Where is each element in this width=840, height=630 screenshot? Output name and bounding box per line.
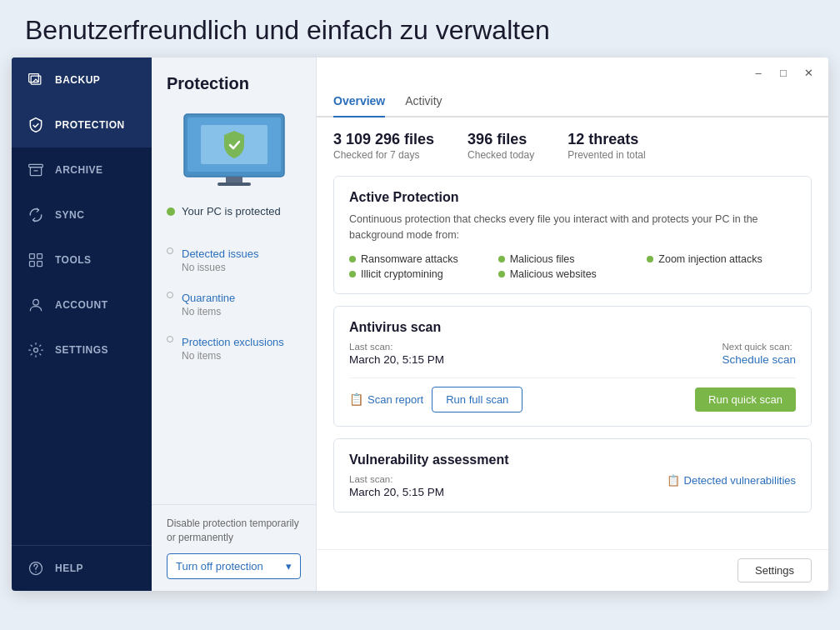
vulnerability-card: Vulnerability assessment Last scan: Marc… (333, 438, 812, 512)
report-icon: 📋 (349, 392, 363, 406)
svg-rect-16 (226, 177, 242, 183)
detected-issues-title: Detected issues (182, 248, 259, 260)
vuln-link-label: Detected vulnerabilities (684, 474, 796, 487)
settings-button[interactable]: Settings (738, 558, 812, 582)
feature-zoom-injection: Zoom injection attacks (647, 253, 796, 265)
svg-rect-6 (38, 254, 42, 259)
detected-vulnerabilities-link[interactable]: 📋 Detected vulnerabilities (667, 474, 796, 487)
vuln-icon: 📋 (667, 474, 680, 487)
sidebar-bottom: HELP (12, 545, 152, 591)
next-scan-info: Next quick scan: Schedule scan (722, 342, 796, 366)
sidebar-item-backup[interactable]: BACKUP (12, 58, 152, 102)
vulnerability-title: Vulnerability assessment (349, 452, 796, 468)
settings-icon (27, 341, 45, 359)
tabs-row: Overview Activity (317, 88, 828, 118)
scan-info-row: Last scan: March 20, 5:15 PM Next quick … (349, 342, 796, 366)
stat-files-label: Checked for 7 days (333, 149, 434, 161)
svg-rect-7 (30, 262, 35, 267)
feat-dot-crypto (349, 271, 356, 278)
sidebar-account-label: ACCOUNT (55, 299, 108, 311)
protection-exclusions-link[interactable]: Protection exclusions No items (152, 324, 316, 368)
exclusions-dot (167, 336, 173, 342)
content-area: 3 109 296 files Checked for 7 days 396 f… (317, 118, 828, 549)
sync-icon (27, 206, 45, 224)
bottom-section: Disable protection temporarily or perman… (152, 504, 316, 591)
stat-threats: 12 threats Prevented in total (568, 131, 645, 161)
feature-zoom-label: Zoom injection attacks (658, 253, 762, 265)
feature-ransomware: Ransomware attacks (349, 253, 498, 265)
vuln-scan-info: Last scan: March 20, 5:15 PM (349, 474, 444, 498)
sidebar-protection-label: PROTECTION (55, 119, 125, 131)
turn-off-label: Turn off protection (176, 560, 263, 572)
antivirus-title: Antivirus scan (349, 320, 796, 335)
detected-issues-sub: No issues (182, 262, 259, 273)
quarantine-sub: No items (182, 306, 235, 318)
stat-files-checked: 3 109 296 files Checked for 7 days (333, 131, 434, 161)
status-dot (167, 208, 175, 216)
feature-malicious-files: Malicious files (498, 253, 648, 265)
feat-dot-websites (498, 271, 505, 278)
vuln-scan-label: Last scan: (349, 474, 444, 484)
minimize-button[interactable]: – (747, 62, 770, 82)
svg-point-9 (33, 299, 39, 305)
page-title: Benutzerfreundlich und einfach zu verwal… (0, 0, 840, 58)
account-icon (27, 296, 45, 314)
protection-icon (27, 116, 45, 134)
feature-cryptomining: Illicit cryptomining (349, 268, 498, 280)
archive-icon (27, 161, 45, 179)
exclusions-sub: No items (182, 350, 284, 362)
report-label: Scan report (368, 393, 423, 406)
detected-dot (167, 248, 173, 254)
maximize-button[interactable]: □ (772, 62, 795, 82)
stat-today: 396 files Checked today (468, 131, 534, 161)
feat-dot-zoom (647, 256, 653, 262)
sidebar-help-label: HELP (55, 562, 83, 574)
svg-rect-3 (30, 168, 41, 176)
antivirus-scan-card: Antivirus scan Last scan: March 20, 5:15… (333, 306, 812, 427)
svg-rect-8 (38, 262, 42, 267)
tab-activity[interactable]: Activity (405, 88, 442, 118)
svg-rect-5 (30, 254, 35, 259)
scan-report-link[interactable]: 📋 Scan report (349, 392, 423, 406)
sidebar-item-protection[interactable]: PROTECTION (12, 102, 152, 148)
protection-panel: Protection Your PC is protected (152, 58, 317, 591)
computer-illustration (152, 102, 316, 205)
sidebar-item-account[interactable]: ACCOUNT (12, 282, 152, 328)
feature-websites-label: Malicious websites (510, 268, 597, 280)
turn-off-button[interactable]: Turn off protection ▾ (167, 553, 301, 579)
stat-today-value: 396 files (468, 131, 534, 148)
sidebar-item-archive[interactable]: ARCHIVE (12, 148, 152, 192)
run-quick-scan-button[interactable]: Run quick scan (695, 388, 796, 412)
schedule-scan-link[interactable]: Schedule scan (722, 353, 796, 366)
nav-links: Detected issues No issues Quarantine No … (152, 231, 316, 373)
sidebar-archive-label: ARCHIVE (55, 164, 103, 176)
quarantine-dot (167, 292, 173, 298)
vuln-scan-value: March 20, 5:15 PM (349, 486, 444, 498)
sidebar-tools-label: TOOLS (55, 254, 92, 266)
protection-panel-title: Protection (152, 58, 316, 102)
detected-issues-link[interactable]: Detected issues No issues (152, 236, 316, 280)
run-full-scan-button[interactable]: Run full scan (432, 387, 522, 412)
close-button[interactable]: ✕ (797, 62, 820, 82)
status-row: Your PC is protected (152, 205, 316, 231)
sidebar-item-settings[interactable]: SETTINGS (12, 328, 152, 372)
window-titlebar: – □ ✕ (317, 58, 828, 88)
sidebar-item-help[interactable]: HELP (12, 546, 152, 591)
sidebar-item-sync[interactable]: SYNC (12, 192, 152, 238)
main-right-panel: – □ ✕ Overview Activity 3 109 296 files … (317, 58, 828, 591)
quarantine-link[interactable]: Quarantine No items (152, 280, 316, 324)
next-scan-label: Next quick scan: (722, 342, 796, 352)
stat-threats-value: 12 threats (568, 131, 645, 148)
tools-icon (27, 251, 45, 269)
last-scan-label: Last scan: (349, 342, 444, 352)
sidebar-item-tools[interactable]: TOOLS (12, 238, 152, 282)
help-icon (27, 559, 45, 578)
sidebar-sync-label: SYNC (55, 209, 84, 221)
stat-files-value: 3 109 296 files (333, 131, 434, 148)
features-grid: Ransomware attacks Malicious files Zoom … (349, 253, 796, 280)
tab-overview[interactable]: Overview (333, 88, 385, 118)
sidebar: BACKUP PROTECTION ARCHIVE (12, 58, 152, 591)
feature-ransomware-label: Ransomware attacks (361, 253, 458, 265)
active-protection-card: Active Protection Continuous protection … (333, 176, 812, 294)
app-container: BACKUP PROTECTION ARCHIVE (12, 58, 828, 591)
